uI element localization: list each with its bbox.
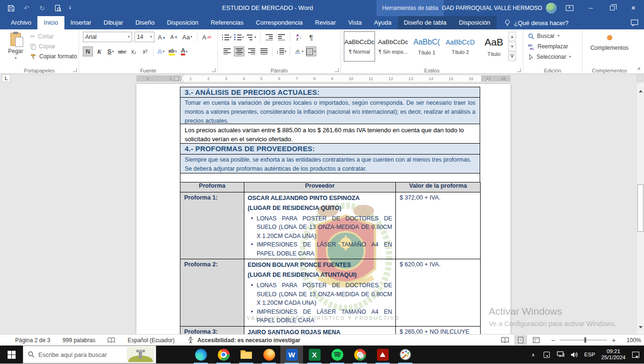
select-button[interactable]: Seleccionar▾ bbox=[528, 54, 571, 60]
font-dialog-launcher-icon[interactable] bbox=[212, 68, 215, 72]
proforma-value[interactable]: $ 265,00 + NO INLCLUYE bbox=[396, 326, 481, 334]
tray-chevron-icon[interactable]: ∧ bbox=[529, 351, 537, 358]
tab-selector-button[interactable]: L bbox=[2, 74, 10, 82]
proforma-value[interactable]: $ 620,00 + IVA. bbox=[396, 259, 481, 327]
copy-button[interactable]: Copiar bbox=[30, 43, 77, 50]
undo-icon[interactable]: ↶ bbox=[22, 4, 31, 12]
taskbar-app-file-explorer[interactable] bbox=[235, 346, 258, 364]
ribbon-tab[interactable]: Archivo bbox=[5, 16, 37, 29]
paste-button[interactable]: Pegar ▾ bbox=[3, 31, 28, 65]
table-column-marker[interactable] bbox=[174, 76, 179, 81]
italic-button[interactable]: K bbox=[94, 46, 104, 56]
clock[interactable]: 09:21 25/1/2024 bbox=[601, 348, 626, 361]
search-input[interactable] bbox=[38, 351, 109, 358]
section-3-note[interactable]: Los precios actuales varían entre $ 885,… bbox=[180, 124, 480, 144]
search-highlight-image[interactable] bbox=[127, 347, 154, 362]
clipboard-dialog-launcher-icon[interactable] bbox=[73, 68, 77, 72]
tray-device-icon[interactable] bbox=[543, 351, 551, 358]
gallery-more-icon[interactable]: ▼ bbox=[508, 52, 516, 61]
bold-button[interactable]: N bbox=[83, 46, 93, 56]
restore-button[interactable] bbox=[601, 0, 623, 16]
sort-button[interactable]: AZ↓ bbox=[294, 32, 304, 42]
section-4-heading[interactable]: 4.- PROFORMAS DE PROVEEDORES: bbox=[180, 143, 480, 155]
numbering-button[interactable]: ▾ bbox=[234, 32, 244, 42]
scroll-down-icon[interactable] bbox=[637, 325, 644, 332]
network-icon[interactable] bbox=[557, 351, 564, 358]
font-color-button[interactable]: A▾ bbox=[179, 46, 189, 56]
action-center-icon[interactable] bbox=[632, 351, 639, 358]
increase-indent-button[interactable] bbox=[276, 32, 286, 42]
superscript-button[interactable]: x² bbox=[140, 46, 150, 56]
print-layout-button[interactable] bbox=[514, 335, 527, 345]
font-size-combo[interactable]: 14▾ bbox=[134, 32, 154, 42]
table-row[interactable]: Proforma 3: JAIRO SANTIAGO ROJAS MENA $ … bbox=[180, 326, 481, 334]
ribbon-tab[interactable]: Insertar bbox=[64, 16, 98, 29]
strikethrough-button[interactable]: abc bbox=[117, 46, 127, 56]
ribbon-tab[interactable]: Diseño bbox=[129, 16, 161, 29]
ribbon-tab[interactable]: Disposición bbox=[161, 16, 204, 29]
volume-icon[interactable] bbox=[571, 351, 578, 358]
zoom-out-button[interactable]: − bbox=[550, 337, 556, 344]
multilevel-list-button[interactable]: ▾ bbox=[246, 32, 257, 42]
vertical-scrollbar[interactable] bbox=[636, 83, 644, 334]
tell-me-box[interactable]: ¿Qué desea hacer? bbox=[504, 16, 569, 29]
account-button[interactable]: GAD PARROQUIAL VALLE HERMOSO bbox=[442, 0, 556, 16]
section-3-body[interactable]: Tomar en cuenta la variación de precios … bbox=[180, 97, 480, 124]
addins-button[interactable]: Complementos bbox=[582, 32, 636, 51]
change-case-button[interactable]: Aa▾ bbox=[181, 32, 193, 42]
style-item[interactable]: AaB Título bbox=[478, 31, 510, 62]
font-family-combo[interactable]: Arial▾ bbox=[83, 32, 132, 42]
zoom-percentage[interactable]: 100% bbox=[621, 337, 641, 344]
col-header-valor[interactable]: Valor de la proforma bbox=[396, 182, 481, 192]
taskbar-app-firefox[interactable] bbox=[258, 346, 280, 364]
hanging-indent-marker[interactable] bbox=[180, 78, 184, 82]
document-page[interactable]: VALLE HERMOSO TURÍSTICO Y PRODUCTIVO 3.-… bbox=[136, 84, 510, 334]
ribbon-tab[interactable]: Dibujar bbox=[98, 16, 129, 29]
taskbar-app-chrome-profile[interactable] bbox=[349, 346, 371, 364]
collapse-ribbon-icon[interactable]: ∧ bbox=[637, 66, 641, 71]
print-preview-icon[interactable] bbox=[54, 4, 62, 12]
line-spacing-button[interactable]: ↕▾ bbox=[276, 46, 286, 56]
table-row[interactable]: Proforma 1: OSCAR ALEJANDRO PINTO ESPINO… bbox=[180, 192, 481, 259]
ribbon-tab[interactable]: Revisar bbox=[309, 16, 342, 29]
replace-button[interactable]: abac Reemplazar bbox=[528, 43, 571, 50]
ribbon-tab[interactable]: Diseño de tabla bbox=[398, 16, 453, 29]
cut-button[interactable]: ✂ Cortar bbox=[30, 33, 77, 40]
save-icon[interactable] bbox=[7, 4, 15, 12]
close-button[interactable]: ✕ bbox=[623, 0, 644, 16]
word-count[interactable]: 999 palabras bbox=[63, 337, 95, 344]
underline-button[interactable]: S▾ bbox=[106, 46, 116, 56]
align-center-button[interactable] bbox=[234, 46, 244, 56]
page-indicator[interactable]: Página 2 de 3 bbox=[15, 337, 50, 344]
table-row[interactable]: Proforma 2: EDISON BOLIVAR PONCE FUENTES… bbox=[180, 259, 481, 327]
gallery-up-icon[interactable]: ▲ bbox=[508, 32, 516, 41]
zoom-slider[interactable] bbox=[560, 340, 607, 340]
taskbar-app-edge[interactable] bbox=[189, 346, 212, 364]
ribbon-tab[interactable]: Ayuda bbox=[368, 16, 398, 29]
section-4-body[interactable]: Siempre que sea posible, se exhorta a la… bbox=[180, 154, 480, 174]
read-mode-button[interactable] bbox=[499, 335, 511, 345]
input-language[interactable]: ESP bbox=[584, 352, 595, 357]
taskbar-app-paint[interactable] bbox=[394, 346, 417, 364]
scrollbar-thumb[interactable] bbox=[637, 184, 644, 232]
bullets-button[interactable]: ▾ bbox=[222, 32, 232, 42]
decrease-indent-button[interactable] bbox=[264, 32, 274, 42]
minimize-button[interactable]: ─ bbox=[580, 0, 601, 16]
taskbar-app-acrobat[interactable] bbox=[371, 346, 394, 364]
style-item[interactable]: AaBbCcDc ¶ Normal bbox=[344, 31, 375, 62]
styles-dialog-launcher-icon[interactable] bbox=[517, 68, 521, 72]
clear-formatting-button[interactable]: A bbox=[201, 32, 212, 42]
ribbon-tab[interactable]: Vista bbox=[342, 16, 368, 29]
style-item[interactable]: AaBbCcD Título 2 bbox=[445, 31, 476, 62]
customize-qat-icon[interactable]: ▾ bbox=[69, 6, 71, 10]
align-right-button[interactable] bbox=[246, 46, 257, 56]
ribbon-display-options-button[interactable] bbox=[559, 0, 580, 16]
style-item[interactable]: AaBbCcDc ¶ Sin espa... bbox=[377, 31, 409, 62]
proofing-icon[interactable] bbox=[107, 337, 115, 344]
zoom-in-button[interactable]: + bbox=[611, 337, 617, 344]
section-3-heading[interactable]: 3.- ANÁLISIS DE PRECIOS ACTUALES: bbox=[180, 87, 480, 98]
zoom-slider-thumb[interactable] bbox=[584, 337, 586, 343]
scroll-up-icon[interactable] bbox=[637, 87, 644, 94]
borders-button[interactable]: ▾ bbox=[306, 46, 316, 56]
feedback-button[interactable] bbox=[631, 16, 638, 29]
